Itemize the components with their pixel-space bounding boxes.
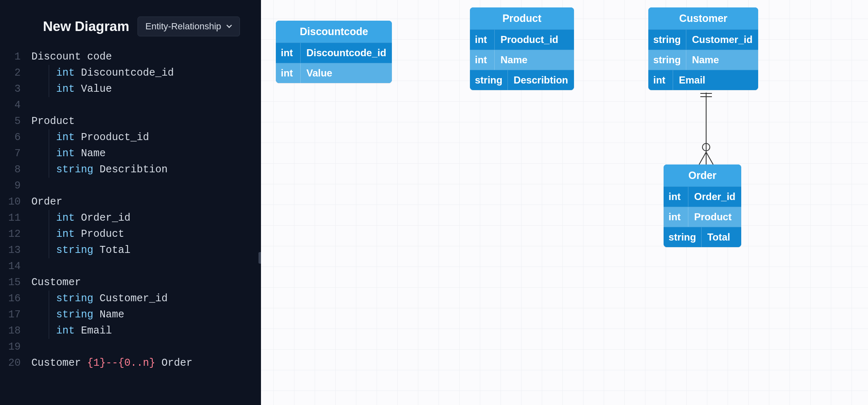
attribute-type: string — [470, 70, 508, 90]
attribute-name: Prooduct_id — [495, 30, 574, 50]
svg-point-3 — [702, 143, 710, 151]
attribute-name: Order_id — [688, 187, 741, 207]
code-line[interactable]: 11 int Order_id — [8, 210, 261, 226]
code-line[interactable]: 3 int Value — [8, 81, 261, 97]
relationship-connector — [694, 90, 719, 164]
attribute-type: int — [470, 30, 495, 50]
attribute-row[interactable]: intProoduct_id — [470, 29, 574, 50]
line-number: 1 — [8, 49, 31, 65]
code-line[interactable]: 15Customer — [8, 274, 261, 291]
code-line[interactable]: 1Discount code — [8, 49, 261, 65]
entity-title: Order — [664, 164, 741, 186]
line-number: 5 — [8, 113, 31, 129]
line-number: 17 — [8, 307, 31, 323]
source-panel: New Diagram Entity-Relationship 1Discoun… — [0, 0, 261, 405]
attribute-row[interactable]: intOrder_id — [664, 186, 741, 207]
line-number: 20 — [8, 355, 31, 371]
line-number: 10 — [8, 194, 31, 210]
line-number: 6 — [8, 129, 31, 145]
chevron-down-icon — [226, 24, 232, 29]
code-content: string Describtion — [31, 162, 168, 178]
code-content: string Total — [31, 242, 130, 258]
attribute-row[interactable]: stringTotal — [664, 227, 741, 247]
code-line[interactable]: 19 — [8, 339, 261, 355]
attribute-type: string — [648, 30, 686, 50]
attribute-name: Customer_id — [686, 30, 759, 50]
line-number: 16 — [8, 291, 31, 307]
code-editor[interactable]: 1Discount code2 int Discountcode_id3 int… — [0, 49, 261, 405]
entity-title: Customer — [648, 7, 758, 29]
attribute-type: int — [276, 43, 301, 63]
attribute-row[interactable]: intEmail — [648, 70, 758, 90]
code-line[interactable]: 9 — [8, 178, 261, 194]
attribute-row[interactable]: intDiscountcode_id — [276, 43, 392, 63]
code-content: int Value — [31, 81, 112, 97]
attribute-row[interactable]: intName — [470, 50, 574, 70]
code-content: Customer — [31, 274, 81, 291]
entity-discountcode[interactable]: DiscountcodeintDiscountcode_idintValue — [276, 21, 392, 83]
diagram-canvas[interactable]: DiscountcodeintDiscountcode_idintValuePr… — [261, 0, 868, 405]
code-line[interactable]: 18 int Email — [8, 323, 261, 339]
code-content: int Name — [31, 145, 106, 162]
entity-title: Discountcode — [276, 21, 392, 43]
code-content: Order — [31, 194, 62, 210]
diagram-type-select[interactable]: Entity-Relationship — [138, 17, 240, 36]
attribute-type: string — [664, 227, 702, 247]
code-line[interactable]: 20Customer {1}--{0..n} Order — [8, 355, 261, 371]
code-content: Discount code — [31, 49, 112, 65]
code-line[interactable]: 8 string Describtion — [8, 162, 261, 178]
attribute-name: Name — [686, 50, 759, 70]
code-line[interactable]: 5Product — [8, 113, 261, 129]
attribute-type: int — [648, 70, 673, 90]
entity-customer[interactable]: CustomerstringCustomer_idstringNameintEm… — [648, 7, 758, 90]
attribute-type: int — [276, 63, 301, 83]
line-number: 14 — [8, 258, 31, 274]
line-number: 19 — [8, 339, 31, 355]
line-number: 2 — [8, 65, 31, 81]
code-line[interactable]: 16 string Customer_id — [8, 291, 261, 307]
attribute-row[interactable]: intProduct — [664, 207, 741, 227]
attribute-row[interactable]: stringName — [648, 50, 758, 70]
line-number: 13 — [8, 242, 31, 258]
code-line[interactable]: 2 int Discountcode_id — [8, 65, 261, 81]
code-content: int Order_id — [31, 210, 130, 226]
attribute-name: Describtion — [508, 70, 574, 90]
code-line[interactable]: 7 int Name — [8, 145, 261, 162]
line-number: 9 — [8, 178, 31, 194]
code-content: int Prooduct_id — [31, 129, 149, 145]
code-line[interactable]: 14 — [8, 258, 261, 274]
code-content: int Discountcode_id — [31, 65, 174, 81]
line-number: 4 — [8, 97, 31, 113]
entity-product[interactable]: ProductintProoduct_idintNamestringDescri… — [470, 7, 574, 90]
code-line[interactable]: 12 int Product — [8, 226, 261, 242]
code-line[interactable]: 17 string Name — [8, 307, 261, 323]
attribute-name: Email — [673, 70, 758, 90]
line-number: 11 — [8, 210, 31, 226]
attribute-row[interactable]: intValue — [276, 63, 392, 83]
attribute-name: Name — [495, 50, 574, 70]
line-number: 7 — [8, 145, 31, 162]
attribute-type: int — [470, 50, 495, 70]
attribute-row[interactable]: stringCustomer_id — [648, 29, 758, 50]
code-content: Product — [31, 113, 75, 129]
attribute-name: Product — [688, 207, 741, 227]
attribute-type: int — [664, 207, 688, 227]
diagram-type-label: Entity-Relationship — [145, 21, 221, 32]
line-number: 15 — [8, 274, 31, 291]
attribute-type: string — [648, 50, 686, 70]
code-content: string Name — [31, 307, 124, 323]
attribute-row[interactable]: stringDescribtion — [470, 70, 574, 90]
line-number: 8 — [8, 162, 31, 178]
attribute-name: Value — [301, 63, 392, 83]
code-content: string Customer_id — [31, 291, 168, 307]
code-content: int Product — [31, 226, 124, 242]
entity-title: Product — [470, 7, 574, 29]
code-line[interactable]: 6 int Prooduct_id — [8, 129, 261, 145]
code-line[interactable]: 4 — [8, 97, 261, 113]
code-content: int Email — [31, 323, 112, 339]
diagram-title[interactable]: New Diagram — [43, 19, 129, 34]
entity-order[interactable]: OrderintOrder_idintProductstringTotal — [664, 164, 741, 247]
code-line[interactable]: 10Order — [8, 194, 261, 210]
code-line[interactable]: 13 string Total — [8, 242, 261, 258]
code-content: Customer {1}--{0..n} Order — [31, 355, 192, 371]
